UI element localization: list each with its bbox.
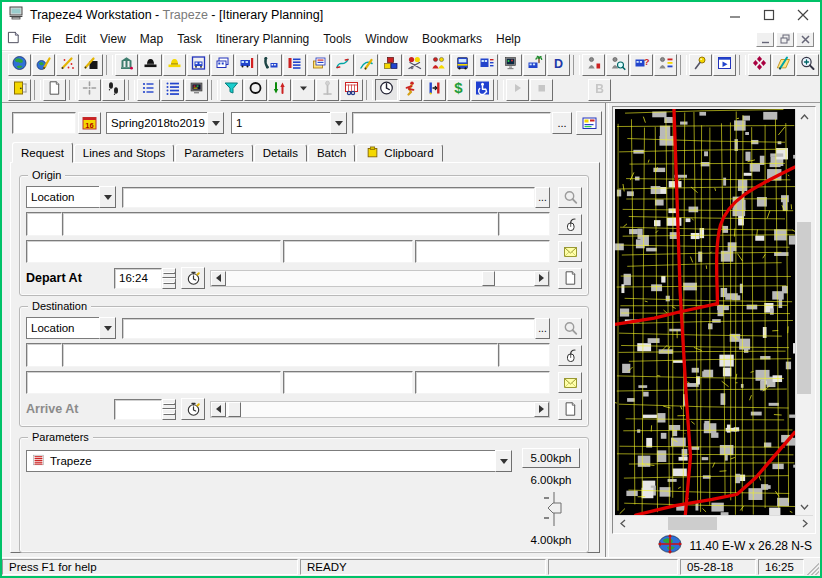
origin-type-dropdown[interactable] [99,186,116,208]
arrive-scroll-left-button[interactable] [211,402,226,417]
destination-suffix-field[interactable] [498,343,550,367]
map-scroll-down-button[interactable] [796,499,812,515]
depart-scroll-right-button[interactable] [534,271,549,286]
menu-task[interactable]: Task [170,30,209,48]
new-page-button[interactable] [43,79,66,101]
menu-file[interactable]: File [25,30,58,48]
menu-window[interactable]: Window [358,30,415,48]
edit-scatter-button[interactable] [56,54,79,76]
client-lookup-button[interactable]: ... [552,112,572,134]
menu-view[interactable]: View [93,30,133,48]
vehicles-button[interactable] [211,54,234,76]
run-cards-button[interactable] [307,54,330,76]
booking-period-combo[interactable]: Spring2018to2019 (*) [106,112,224,134]
origin-street-field[interactable] [62,212,498,236]
hat-black-button[interactable] [139,54,162,76]
destination-city-field[interactable] [26,371,281,394]
exit-door-button[interactable] [8,79,31,101]
tab-batch[interactable]: Batch [308,144,355,162]
map-canvas[interactable] [615,109,795,515]
depart-time-input[interactable] [114,268,162,289]
compass-button[interactable] [748,54,771,76]
child-minimize-button[interactable] [756,32,774,47]
monitor-map-button[interactable] [499,54,522,76]
menu-bookmarks[interactable]: Bookmarks [415,30,489,48]
fare-dollar-button[interactable]: $ [447,79,470,101]
agency-button[interactable] [115,54,138,76]
zoom-in-button[interactable] [796,54,819,76]
panel-splitter[interactable] [602,103,610,557]
destination-street-field[interactable] [62,343,498,367]
origin-type-combo[interactable]: Location [26,186,116,208]
booking-period-dropdown[interactable] [207,112,224,134]
dropdown-arrow-button[interactable] [292,79,315,101]
phone-booking-button[interactable] [259,54,282,76]
map-hscroll-track[interactable] [631,516,797,531]
depart-time-spinner[interactable] [162,268,176,289]
cut-hearts-button[interactable] [403,54,426,76]
menu-map[interactable]: Map [133,30,170,48]
profile-dropdown[interactable] [495,450,512,472]
origin-mail-button[interactable] [558,241,582,262]
client-search-button[interactable] [606,54,629,76]
maximize-button[interactable] [752,2,786,28]
pushpin-button[interactable] [689,54,712,76]
destination-unit-field[interactable] [26,343,62,367]
map-vscroll-thumb[interactable] [797,222,811,394]
origin-address-field[interactable] [122,187,535,208]
map-scroll-up-button[interactable] [796,109,812,125]
child-close-button[interactable] [796,32,814,47]
tab-request[interactable]: Request [12,142,73,163]
world-button[interactable] [8,54,31,76]
date-field[interactable] [12,112,76,134]
depart-stopwatch-button[interactable] [181,267,205,289]
vehicle-stop-button[interactable] [235,54,258,76]
bus-depot-button[interactable] [523,54,546,76]
resize-grip[interactable] [806,559,819,575]
speed-max-button[interactable]: 5.00kph [522,448,580,468]
clock-button[interactable] [375,79,398,101]
edit-area-button[interactable] [80,54,103,76]
filter-funnel-button[interactable] [220,79,243,101]
map-hscroll-thumb[interactable] [668,517,718,530]
destination-browse-button[interactable]: ... [535,318,550,339]
origin-suffix-field[interactable] [498,212,550,236]
transfer-button[interactable] [423,79,446,101]
map-vscroll-track[interactable] [796,125,812,499]
map-scroll-right-button[interactable] [797,516,813,531]
circle-button[interactable] [244,79,267,101]
origin-search-button[interactable] [558,187,582,208]
close-button[interactable] [786,2,820,28]
vehicle-query-button[interactable]: ? [630,54,653,76]
destination-type-combo[interactable]: Location [26,317,116,339]
arrive-scroll-thumb[interactable] [228,402,241,417]
origin-browse-button[interactable]: ... [535,187,550,208]
depart-time-scrollbar[interactable] [210,270,550,287]
client-plan-button[interactable] [654,54,677,76]
sort-arrows-button[interactable] [268,79,291,101]
origin-mouse-pick-button[interactable] [558,214,582,235]
mdi-document-icon[interactable] [6,30,21,49]
bus-schedule-button[interactable] [475,54,498,76]
minimize-button[interactable] [718,2,752,28]
destination-mail-button[interactable] [558,372,582,393]
blocks-button[interactable] [379,54,402,76]
origin-postal-field[interactable] [415,240,550,263]
hat-yellow-button[interactable] [163,54,186,76]
destination-zone-field[interactable] [283,371,413,394]
profile-combo[interactable]: Trapeze [26,450,512,472]
booking-card-button[interactable] [576,111,602,135]
route-edit-button[interactable] [355,54,378,76]
depart-scroll-track[interactable] [226,271,534,286]
bus-front-button[interactable] [451,54,474,76]
origin-zone-field[interactable] [283,240,413,263]
destination-new-doc-button[interactable] [558,399,582,420]
arrive-time-spinner[interactable] [162,399,176,420]
menu-tools[interactable]: Tools [316,30,358,48]
client-name-field[interactable] [352,112,551,134]
arrive-scroll-track[interactable] [226,402,534,417]
depart-scroll-left-button[interactable] [211,271,226,286]
arrive-time-input[interactable] [114,399,162,420]
calendar-button[interactable]: 16 [78,112,101,134]
destination-search-button[interactable] [558,318,582,339]
